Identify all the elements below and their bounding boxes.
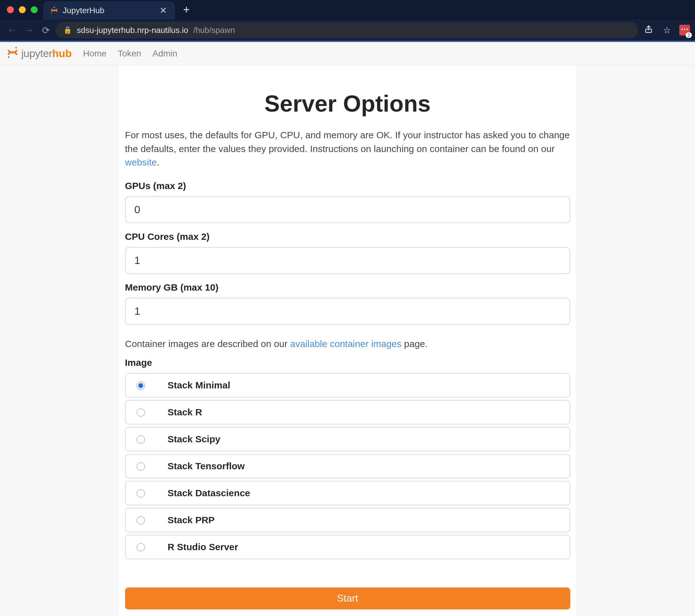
url-path: /hub/spawn: [193, 25, 235, 35]
svg-point-4: [8, 56, 10, 58]
nav-reload-icon[interactable]: ⟳: [39, 25, 53, 36]
lock-icon: 🔒: [63, 26, 72, 34]
image-radio[interactable]: [137, 462, 145, 470]
intro-pre: For most uses, the defaults for GPU, CPU…: [125, 130, 570, 154]
intro-text: For most uses, the defaults for GPU, CPU…: [125, 128, 570, 169]
image-option[interactable]: Stack Scipy: [125, 427, 570, 451]
image-radio-list: Stack Minimal Stack R Stack Scipy Stack …: [125, 373, 570, 559]
nav-admin[interactable]: Admin: [152, 49, 177, 58]
window-controls: [3, 0, 43, 19]
extension-badge[interactable]: ●●● 2: [679, 25, 690, 35]
cpu-input[interactable]: [125, 247, 570, 274]
mem-input[interactable]: [125, 298, 570, 325]
browser-tab-active[interactable]: JupyterHub ✕: [43, 1, 175, 19]
image-radio[interactable]: [137, 409, 145, 417]
nav-forward-icon[interactable]: →: [22, 25, 36, 35]
jupyter-favicon: [50, 6, 58, 14]
image-option-label: Stack PRP: [168, 515, 215, 526]
images-desc-post: page.: [402, 339, 428, 349]
start-button[interactable]: Start: [125, 587, 570, 610]
images-desc-pre: Container images are described on our: [125, 339, 290, 349]
jupyterhub-logo[interactable]: jupyterhub: [6, 46, 72, 61]
logo-text-right: hub: [52, 47, 72, 59]
window-minimize-dot[interactable]: [19, 6, 26, 13]
mem-label: Memory GB (max 10): [125, 282, 570, 293]
cpu-label: CPU Cores (max 2): [125, 232, 570, 242]
image-option[interactable]: Stack Datascience: [125, 481, 570, 505]
images-desc: Container images are described on our av…: [125, 339, 570, 349]
image-option[interactable]: R Studio Server: [125, 535, 570, 559]
extension-badge-count: 2: [685, 32, 692, 38]
image-option[interactable]: Stack PRP: [125, 508, 570, 532]
image-option-label: Stack Tensorflow: [168, 461, 245, 472]
spawn-form: Server Options For most uses, the defaul…: [119, 65, 576, 616]
image-option-label: Stack R: [168, 407, 202, 417]
tab-close-icon[interactable]: ✕: [147, 5, 167, 16]
nav-home[interactable]: Home: [83, 49, 106, 58]
page-title: Server Options: [125, 90, 570, 117]
tab-title: JupyterHub: [63, 6, 104, 15]
svg-point-0: [54, 7, 55, 8]
tab-bar: JupyterHub ✕ +: [0, 0, 695, 19]
share-icon[interactable]: [641, 25, 656, 36]
svg-point-3: [15, 47, 17, 49]
image-option-label: Stack Scipy: [168, 434, 220, 445]
image-radio[interactable]: [137, 381, 145, 390]
new-tab-button[interactable]: +: [175, 3, 198, 16]
images-desc-link[interactable]: available container images: [290, 339, 401, 349]
window-zoom-dot[interactable]: [31, 6, 38, 13]
image-option-label: Stack Minimal: [168, 380, 231, 391]
gpu-input[interactable]: [125, 196, 570, 223]
image-option-label: Stack Datascience: [168, 488, 251, 498]
address-bar-row: ← → ⟳ 🔒 sdsu-jupyterhub.nrp-nautilus.io/…: [0, 19, 695, 42]
image-radio[interactable]: [137, 435, 145, 444]
jupyterhub-navbar: jupyterhub Home Token Admin: [0, 42, 695, 65]
url-host: sdsu-jupyterhub.nrp-nautilus.io: [77, 25, 188, 35]
image-option[interactable]: Stack R: [125, 400, 570, 425]
image-radio[interactable]: [137, 489, 145, 497]
bookmark-star-icon[interactable]: ☆: [659, 25, 674, 35]
image-radio[interactable]: [137, 543, 145, 551]
image-option-label: R Studio Server: [168, 542, 238, 552]
image-option[interactable]: Stack Minimal: [125, 373, 570, 397]
nav-token[interactable]: Token: [118, 49, 141, 58]
intro-post: .: [157, 157, 159, 167]
image-radio[interactable]: [137, 516, 145, 525]
browser-chrome: JupyterHub ✕ + ← → ⟳ 🔒 sdsu-jupyterhub.n…: [0, 0, 695, 42]
nav-back-icon[interactable]: ←: [5, 25, 19, 35]
svg-point-1: [51, 13, 52, 14]
intro-website-link[interactable]: website: [125, 157, 157, 167]
page-viewport: jupyterhub Home Token Admin Server Optio…: [0, 42, 695, 616]
gpu-label: GPUs (max 2): [125, 181, 570, 191]
image-label: Image: [125, 357, 570, 368]
jupyter-logo-icon: [6, 46, 19, 61]
address-bar[interactable]: 🔒 sdsu-jupyterhub.nrp-nautilus.io/hub/sp…: [56, 22, 638, 38]
window-close-dot[interactable]: [7, 6, 14, 13]
logo-text-left: jupyter: [21, 47, 52, 59]
image-option[interactable]: Stack Tensorflow: [125, 454, 570, 478]
